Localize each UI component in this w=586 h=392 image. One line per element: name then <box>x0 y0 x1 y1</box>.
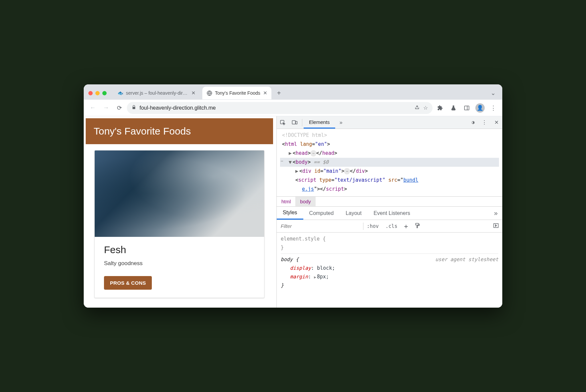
svg-rect-5 <box>296 121 297 124</box>
cls-button[interactable]: .cls <box>382 223 401 229</box>
card-image <box>95 150 264 237</box>
crumb-html[interactable]: html <box>277 197 295 206</box>
menu-button[interactable]: ⋮ <box>488 102 499 114</box>
close-window-button[interactable] <box>88 91 93 95</box>
card-description: Salty goodness <box>104 260 255 267</box>
extensions-icon[interactable] <box>435 102 446 114</box>
kebab-menu-icon[interactable]: ⋮ <box>478 119 490 126</box>
gear-icon[interactable] <box>466 120 478 126</box>
filter-input[interactable] <box>277 223 363 229</box>
devtools-panel: Elements » ⋮ ✕ <!DOCTYPE html> <html lan… <box>276 116 502 308</box>
sidepanel-icon[interactable] <box>461 102 472 114</box>
tab-styles[interactable]: Styles <box>277 207 303 220</box>
devtools-tabbar: Elements » ⋮ ✕ <box>277 116 502 129</box>
minimize-window-button[interactable] <box>95 91 100 95</box>
tab-active[interactable]: Tony's Favorite Foods ✕ <box>202 87 271 99</box>
address-bar[interactable]: foul-heavenly-direction.glitch.me ☆ <box>127 102 433 114</box>
forward-button[interactable]: → <box>100 102 112 114</box>
svg-rect-7 <box>417 226 418 228</box>
tab-label: Tony's Favorite Foods <box>215 90 260 96</box>
window-controls <box>88 91 107 95</box>
share-icon[interactable] <box>414 104 420 111</box>
toolbar: ← → ⟳ foul-heavenly-direction.glitch.me … <box>84 100 502 116</box>
svg-rect-6 <box>416 223 419 225</box>
lock-icon <box>132 105 136 111</box>
tab-event-listeners[interactable]: Event Listeners <box>367 207 416 220</box>
new-rule-button[interactable]: + <box>401 222 411 230</box>
inspect-element-icon[interactable] <box>277 120 289 126</box>
tab-strip: 🐟 server.js – foul-heavenly-direct ✕ Ton… <box>84 84 502 100</box>
rule-source: user agent stylesheet <box>435 255 498 264</box>
device-toolbar-icon[interactable] <box>289 120 301 126</box>
script-node-cont[interactable]: e.js"></script> <box>280 185 499 194</box>
favicon-icon: 🐟 <box>117 90 123 96</box>
page-title: Tony's Favorite Foods <box>86 118 273 144</box>
svg-rect-1 <box>464 106 469 110</box>
tab-inactive[interactable]: 🐟 server.js – foul-heavenly-direct ✕ <box>113 87 200 99</box>
close-devtools-icon[interactable]: ✕ <box>490 119 502 126</box>
more-tabs-icon[interactable]: » <box>489 209 502 217</box>
profile-button[interactable]: 👤 <box>474 102 486 114</box>
computed-sidebar-icon[interactable] <box>490 223 502 230</box>
pros-cons-button[interactable]: PROS & CONS <box>104 276 152 290</box>
labs-icon[interactable] <box>448 102 459 114</box>
html-node[interactable]: <html lang="en"> <box>280 140 499 149</box>
tab-elements[interactable]: Elements <box>304 116 335 129</box>
url-text: foul-heavenly-direction.glitch.me <box>140 105 411 111</box>
breadcrumb: html body <box>277 196 502 207</box>
globe-icon <box>206 90 212 96</box>
svg-rect-4 <box>292 121 296 124</box>
tab-label: server.js – foul-heavenly-direct <box>126 90 189 96</box>
browser-window: 🐟 server.js – foul-heavenly-direct ✕ Ton… <box>84 84 502 308</box>
tab-layout[interactable]: Layout <box>340 207 367 220</box>
dom-tree[interactable]: <!DOCTYPE html> <html lang="en"> ▶<head>… <box>277 129 502 196</box>
new-tab-button[interactable]: + <box>274 88 284 98</box>
styles-filter-bar: :hov .cls + <box>277 220 502 233</box>
div-main-node[interactable]: ▶<div id="main">⋯</div> <box>280 167 499 176</box>
close-tab-icon[interactable]: ✕ <box>191 90 196 96</box>
maximize-window-button[interactable] <box>102 91 107 95</box>
doctype-node: <!DOCTYPE html> <box>280 131 499 140</box>
content-area: Tony's Favorite Foods Fesh Salty goodnes… <box>84 116 502 308</box>
page-viewport: Tony's Favorite Foods Fesh Salty goodnes… <box>84 116 276 308</box>
close-tab-icon[interactable]: ✕ <box>263 90 267 96</box>
food-card: Fesh Salty goodness PROS & CONS <box>94 150 264 298</box>
tab-overflow-button[interactable]: ⌄ <box>487 89 500 97</box>
head-node[interactable]: ▶<head>⋯</head> <box>280 149 499 158</box>
styles-body[interactable]: element.style { } user agent stylesheet … <box>277 233 502 292</box>
element-style-rule: element.style { <box>281 235 498 243</box>
script-node[interactable]: <script type="text/javascript" src="bund… <box>280 176 499 185</box>
paint-icon[interactable] <box>411 223 424 230</box>
tab-computed[interactable]: Computed <box>303 207 340 220</box>
back-button[interactable]: ← <box>87 102 98 114</box>
hov-button[interactable]: :hov <box>363 223 382 229</box>
bookmark-icon[interactable]: ☆ <box>423 105 428 111</box>
more-tabs-icon[interactable]: » <box>335 120 347 126</box>
crumb-body[interactable]: body <box>295 197 316 206</box>
reload-button[interactable]: ⟳ <box>114 102 125 114</box>
card-title: Fesh <box>104 244 255 255</box>
styles-panel-tabs: Styles Computed Layout Event Listeners » <box>277 207 502 220</box>
body-node-selected[interactable]: ⋯▼<body> == $0 <box>280 158 499 167</box>
